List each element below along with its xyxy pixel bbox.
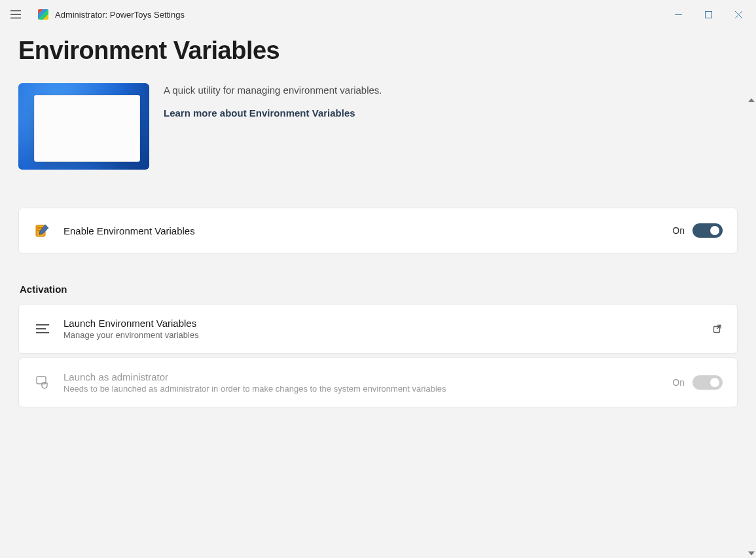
close-button[interactable]	[723, 4, 753, 25]
enable-toggle-group: On	[672, 223, 723, 238]
hero-description: A quick utility for managing environment…	[164, 84, 382, 96]
learn-more-link[interactable]: Learn more about Environment Variables	[164, 107, 382, 119]
hero-text: A quick utility for managing environment…	[164, 83, 382, 170]
admin-card: Launch as administrator Needs to be laun…	[18, 358, 738, 407]
hero-thumbnail	[18, 83, 149, 170]
enable-card: Enable Environment Variables On	[18, 208, 738, 253]
shield-icon	[33, 373, 52, 392]
hero-section: A quick utility for managing environment…	[18, 83, 738, 170]
minimize-button[interactable]	[663, 4, 693, 25]
svg-rect-4	[705, 11, 711, 18]
maximize-icon	[705, 11, 712, 18]
launch-subtitle: Manage your environment variables	[63, 330, 700, 340]
app-icon	[38, 9, 48, 20]
admin-toggle-label: On	[672, 377, 685, 388]
admin-subtitle: Needs to be launched as administrator in…	[63, 384, 660, 394]
enable-toggle[interactable]	[693, 223, 723, 238]
scrollbar[interactable]	[747, 29, 756, 558]
enable-toggle-label: On	[672, 225, 685, 236]
page-title: Environment Variables	[18, 37, 738, 65]
admin-toggle	[693, 375, 723, 390]
launch-title: Launch Environment Variables	[63, 318, 700, 329]
scroll-up-icon	[748, 98, 755, 102]
list-icon	[33, 320, 52, 338]
close-icon	[735, 11, 742, 18]
launch-card[interactable]: Launch Environment Variables Manage your…	[18, 304, 738, 354]
minimize-icon	[675, 11, 682, 18]
activation-section-label: Activation	[20, 284, 738, 295]
window-controls	[663, 4, 753, 25]
maximize-button[interactable]	[693, 4, 723, 25]
menu-button[interactable]	[3, 1, 29, 28]
envvar-tool-icon	[33, 221, 52, 240]
scroll-down-icon	[748, 551, 755, 555]
admin-toggle-group: On	[672, 375, 723, 390]
window-title: Administrator: PowerToys Settings	[55, 10, 185, 20]
content-area: Environment Variables A quick utility fo…	[0, 29, 756, 558]
open-external-icon[interactable]	[712, 324, 723, 334]
hamburger-icon	[10, 10, 22, 19]
admin-title: Launch as administrator	[63, 371, 660, 382]
title-bar: Administrator: PowerToys Settings	[0, 0, 756, 29]
enable-title: Enable Environment Variables	[63, 225, 660, 236]
